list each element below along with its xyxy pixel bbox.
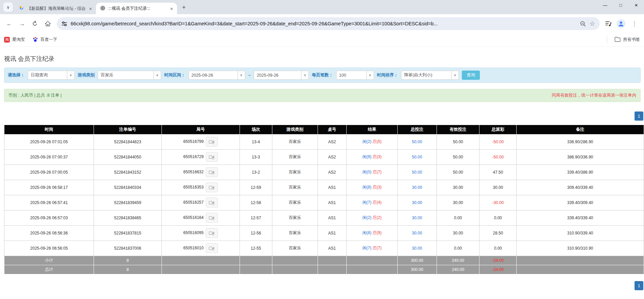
bookmark-baidu[interactable]: 百度一下 xyxy=(32,36,57,43)
column-header-6: 桌号 xyxy=(318,125,346,134)
cell-total-bet: 50.00 xyxy=(398,134,437,149)
total-bet-link[interactable]: 30.00 xyxy=(412,185,422,190)
media-controls-icon[interactable] xyxy=(605,21,612,27)
result-banker: 庄(4) xyxy=(373,200,382,205)
cell-round-number: 650516164 xyxy=(162,210,240,225)
cell-time: 2025-09-26 07:01:05 xyxy=(4,134,94,149)
sort-label: 时间排序： xyxy=(377,72,398,78)
baidu-favicon-icon xyxy=(32,36,38,43)
table-row: 2025-09-26 06:57:41522841839459650516257… xyxy=(4,195,644,210)
bookmark-star-icon[interactable]: ☆ xyxy=(590,20,595,27)
new-tab-button[interactable]: + xyxy=(179,3,189,12)
url-text[interactable]: 66cxkj98.com/game/betrecord_search/kind3… xyxy=(71,21,576,26)
page-1-button[interactable]: 1 xyxy=(635,281,643,290)
sum-count: 8 xyxy=(94,256,162,265)
cell-bet-number: 522841844823 xyxy=(94,134,162,149)
cell-note: 310.90/339.40 xyxy=(517,225,644,241)
cell-game-type: 百家乐 xyxy=(272,180,318,195)
video-replay-button[interactable] xyxy=(206,137,218,147)
cell-table-number: AS2 xyxy=(318,149,346,165)
search-button[interactable]: 查询 xyxy=(462,71,480,80)
column-header-11: 备注 xyxy=(517,125,644,134)
video-replay-button[interactable] xyxy=(206,152,218,162)
maximize-button[interactable]: □ xyxy=(613,0,628,11)
chevron-down-icon: ▼ xyxy=(451,71,459,79)
chevron-down-icon: ▼ xyxy=(153,71,161,79)
column-header-2: 注单编号 xyxy=(94,125,162,134)
browser-menu-icon[interactable]: ⋮ xyxy=(630,20,639,27)
minimize-button[interactable]: — xyxy=(597,0,613,11)
total-bet-link[interactable]: 30.00 xyxy=(412,216,422,220)
cell-result: 闲(0) 庄(7) xyxy=(346,165,397,180)
chevron-down-icon: ▼ xyxy=(238,71,245,79)
browser-window: ∨ 【新提醒】海燕策略论坛 - 综合 × ::: xyxy=(0,0,644,47)
total-bet-link[interactable]: 50.00 xyxy=(412,155,422,159)
video-replay-button[interactable] xyxy=(206,167,218,177)
profile-avatar[interactable] xyxy=(617,19,625,28)
result-banker: 庄(3) xyxy=(373,154,382,159)
video-replay-button[interactable] xyxy=(206,198,218,207)
result-banker: 庄(7) xyxy=(373,170,382,174)
table-row: 2025-09-26 06:57:03522841838465650516164… xyxy=(4,210,644,225)
url-bar[interactable]: 66cxkj98.com/game/betrecord_search/kind3… xyxy=(57,17,600,30)
table-row: 2025-09-26 07:01:05522841844823650516799… xyxy=(4,134,644,149)
cell-game-type: 百家乐 xyxy=(272,210,318,225)
total-bet-link[interactable]: 30.00 xyxy=(412,200,422,205)
query-mode-select[interactable]: 日期查询 ▼ xyxy=(28,71,75,80)
browser-toolbar: ← → 66cxkj98.com/game/betrecord_search/k… xyxy=(0,14,644,33)
close-window-button[interactable]: × xyxy=(628,0,644,11)
bookmark-label: 百度一下 xyxy=(41,37,57,43)
cell-payout: 30.00 xyxy=(479,180,517,195)
forward-button[interactable]: → xyxy=(16,18,28,29)
home-button[interactable] xyxy=(42,18,53,29)
game-type-select[interactable]: 百家乐 ▼ xyxy=(98,71,161,80)
sort-select[interactable]: 降幂(由大到小) ▼ xyxy=(401,71,459,80)
tab-bet-records[interactable]: :::视讯 会员下注纪录::: × xyxy=(96,3,177,14)
back-button[interactable]: ← xyxy=(3,18,15,29)
bookmark-aitaobao[interactable]: 淘 爱淘宝 xyxy=(4,37,25,43)
video-replay-button[interactable] xyxy=(206,182,218,192)
tab-close-icon[interactable]: × xyxy=(89,6,93,11)
table-row: 2025-09-26 06:56:36522841837815650516095… xyxy=(4,225,644,241)
total-bet-link[interactable]: 30.00 xyxy=(412,231,422,235)
pagination-bottom: 1 xyxy=(4,281,643,290)
cell-game-type: 百家乐 xyxy=(272,241,318,256)
cell-note: 310.90/310.90 xyxy=(517,241,644,256)
zoom-out-icon[interactable] xyxy=(580,21,586,27)
cell-round-number: 650516729 xyxy=(162,149,240,165)
result-banker: 庄(3) xyxy=(373,185,382,190)
site-settings-icon[interactable] xyxy=(61,21,67,27)
page-size-select[interactable]: 100 ▼ xyxy=(336,71,374,80)
video-replay-button[interactable] xyxy=(206,228,218,238)
total-bet-link[interactable]: 50.00 xyxy=(412,140,422,144)
video-replay-button[interactable] xyxy=(206,213,218,223)
total-bet-link[interactable]: 30.00 xyxy=(412,246,422,251)
toolbar-right: ⋮ xyxy=(603,19,641,28)
cell-note: 339.40/339.40 xyxy=(517,210,644,225)
filter-bar: 请选择： 日期查询 ▼ 游戏类别 百家乐 ▼ 时间区间： 2025-09-26 … xyxy=(4,68,641,83)
column-header-7: 结果 xyxy=(346,125,397,134)
cell-bet-number: 522841838465 xyxy=(94,210,162,225)
tab-forum[interactable]: 【新提醒】海燕策略论坛 - 综合 × xyxy=(15,3,96,14)
result-banker: 庄(7) xyxy=(373,246,382,250)
table-row: 2025-09-26 07:00:05522841843152650516632… xyxy=(4,165,644,180)
tab-close-icon[interactable]: × xyxy=(170,6,174,11)
result-player: 闲(7) xyxy=(363,246,372,250)
date-end-select[interactable]: 2025-09-26 ▼ xyxy=(254,71,309,80)
cell-note: 386.90/336.90 xyxy=(517,149,644,165)
all-bookmarks-button[interactable]: 所有书签 xyxy=(615,37,640,43)
sum-valid-bet: 240.00 xyxy=(437,256,479,265)
info-bar: 币别 : 人民币 | 总共 :8 注单 | 同局有效投注，统一计算在该局第一张注… xyxy=(4,89,641,102)
cell-time: 2025-09-26 07:00:05 xyxy=(4,165,94,180)
tab-search-button[interactable]: ∨ xyxy=(3,2,13,12)
cell-bet-number: 522841844050 xyxy=(94,149,162,165)
cell-time: 2025-09-26 06:58:17 xyxy=(4,180,94,195)
cell-total-bet: 30.00 xyxy=(398,225,437,241)
total-bet-link[interactable]: 50.00 xyxy=(412,170,422,175)
video-replay-button[interactable] xyxy=(206,243,218,253)
reload-button[interactable] xyxy=(29,18,41,29)
result-banker: 庄(2) xyxy=(373,215,382,220)
page-1-button[interactable]: 1 xyxy=(635,111,643,121)
date-start-select[interactable]: 2025-09-26 ▼ xyxy=(189,71,245,80)
cell-total-bet: 30.00 xyxy=(398,210,437,225)
